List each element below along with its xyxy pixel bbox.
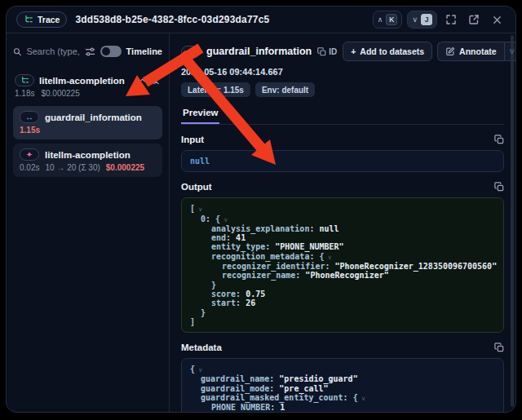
- generation-sparkle-icon: ✦: [26, 151, 33, 159]
- nav-next-button[interactable]: ∨ J: [407, 11, 437, 29]
- input-json-viewer: null: [181, 150, 504, 172]
- filter-sliders-icon[interactable]: [85, 46, 95, 57]
- latency-badge: Latency: 1.15s: [181, 82, 250, 97]
- observation-header: ↔ guardrail_information ID + Add to d: [181, 42, 504, 61]
- copy-input-button[interactable]: [494, 135, 504, 144]
- output-title: Output: [181, 182, 212, 192]
- close-button[interactable]: [488, 11, 506, 29]
- output-json-viewer: [ ∨0: { ∨analysis_explanation: nullend: …: [181, 197, 504, 333]
- metadata-title: Metadata: [181, 343, 222, 352]
- expand-button[interactable]: [442, 11, 460, 29]
- add-to-datasets-label: Add to datasets: [360, 46, 424, 56]
- copy-icon: [317, 47, 326, 56]
- copy-metadata-button[interactable]: [494, 343, 504, 352]
- fold-icon[interactable]: [152, 76, 161, 85]
- metadata-section-header: Metadata: [181, 343, 504, 352]
- topbar-actions: ∧ K ∨ J: [373, 11, 506, 29]
- timeline-toggle[interactable]: [100, 46, 122, 57]
- keycap-j: J: [421, 14, 432, 25]
- chevron-down-icon: ∨: [412, 16, 418, 24]
- tree-root-stats: 1.18s $0.000225: [13, 89, 162, 98]
- observation-detail-panel: ↔ guardrail_information ID + Add to d: [170, 33, 515, 412]
- output-section-header: Output: [181, 182, 504, 192]
- header-actions: + Add to datasets Annotate: [343, 42, 515, 61]
- tab-preview[interactable]: Preview: [181, 104, 219, 124]
- list-tree-icon: [20, 76, 29, 85]
- collapse-icon[interactable]: [138, 76, 147, 85]
- observation-latency: 0.02s: [20, 163, 39, 172]
- search-icon: [13, 46, 21, 57]
- input-section-header: Input: [181, 135, 504, 144]
- span-arrows-icon: ↔: [25, 113, 33, 122]
- input-title: Input: [181, 135, 204, 144]
- id-label: ID: [329, 47, 337, 56]
- env-badge: Env: default: [255, 82, 315, 97]
- trace-chip: [15, 74, 34, 86]
- copy-icon: [494, 343, 504, 352]
- generation-chip: ✦: [20, 148, 39, 161]
- tree-root-label: litellm-acompletion: [39, 76, 125, 86]
- trace-tree-sidebar: Timeline litellm-acompletion: [7, 33, 170, 412]
- plus-icon: +: [351, 46, 356, 56]
- body: Timeline litellm-acompletion: [7, 33, 515, 412]
- trace-detail-window: Trace 3dd538d8-b25e-4382-8fcc-03d293da77…: [6, 6, 516, 413]
- external-link-icon: [468, 14, 480, 25]
- copy-icon: [494, 135, 504, 144]
- add-to-datasets-button[interactable]: + Add to datasets: [343, 42, 432, 61]
- span-chip: ↔: [181, 46, 201, 58]
- observation-latency: 1.15s: [20, 126, 40, 135]
- trace-badge-label: Trace: [38, 15, 60, 24]
- copy-icon: [494, 182, 504, 192]
- tab-bar: Preview: [181, 104, 504, 125]
- screenshot-stage: Trace 3dd538d8-b25e-4382-8fcc-03d293da77…: [0, 0, 522, 420]
- span-arrows-icon: ↔: [187, 47, 195, 55]
- observation-list: ↔ guardrail_information 1.15s ✦: [13, 106, 162, 177]
- open-in-new-tab-button[interactable]: [465, 11, 483, 29]
- observation-litellm-acompletion[interactable]: ✦ litellm-acompletion 0.02s 10 → 20 (Σ 3…: [13, 144, 162, 177]
- copy-output-button[interactable]: [494, 182, 504, 192]
- root-cost: $0.000225: [41, 89, 79, 98]
- chevron-up-icon: ∧: [378, 16, 383, 24]
- badge-row: Latency: 1.15s Env: default: [181, 82, 504, 97]
- observation-title: guardrail_information: [206, 46, 312, 57]
- tree-root-item[interactable]: litellm-acompletion: [13, 74, 162, 86]
- search-field[interactable]: [26, 46, 79, 56]
- metadata-json-viewer: { ∨guardrail_name: "presidio_guard"guard…: [181, 358, 504, 412]
- annotate-label: Annotate: [459, 46, 497, 56]
- list-tree-icon: [24, 15, 33, 24]
- trace-id: 3dd538d8-b25e-4382-8fcc-03d293da77c5: [75, 14, 269, 25]
- observation-label: guardrail_information: [45, 113, 142, 122]
- span-chip: ↔: [20, 111, 39, 123]
- observation-guardrail-information[interactable]: ↔ guardrail_information 1.15s: [13, 106, 162, 139]
- observation-cost: $0.000225: [106, 163, 144, 172]
- copy-id-button[interactable]: ID: [317, 47, 337, 56]
- close-icon: [492, 15, 502, 25]
- toggle-knob: [102, 47, 110, 55]
- observation-tokens: 10 → 20 (Σ 30): [45, 163, 100, 172]
- topbar: Trace 3dd538d8-b25e-4382-8fcc-03d293da77…: [7, 7, 515, 33]
- pencil-square-icon: [445, 46, 455, 56]
- root-latency: 1.18s: [15, 89, 34, 98]
- trace-type-badge: Trace: [16, 11, 67, 28]
- annotate-button[interactable]: Annotate: [437, 42, 504, 61]
- timeline-label: Timeline: [126, 46, 162, 56]
- search-row: Timeline: [13, 42, 162, 61]
- nav-previous-button[interactable]: ∧ K: [373, 11, 403, 29]
- expand-icon: [445, 14, 457, 25]
- keycap-k: K: [386, 14, 397, 25]
- observation-timestamp: 2025-05-16 09:44:14.667: [181, 67, 504, 77]
- scrollbar[interactable]: [511, 35, 514, 407]
- annotate-split-button: Annotate ∨: [437, 42, 515, 61]
- search-input[interactable]: [13, 46, 80, 57]
- observation-label: litellm-acompletion: [45, 150, 130, 160]
